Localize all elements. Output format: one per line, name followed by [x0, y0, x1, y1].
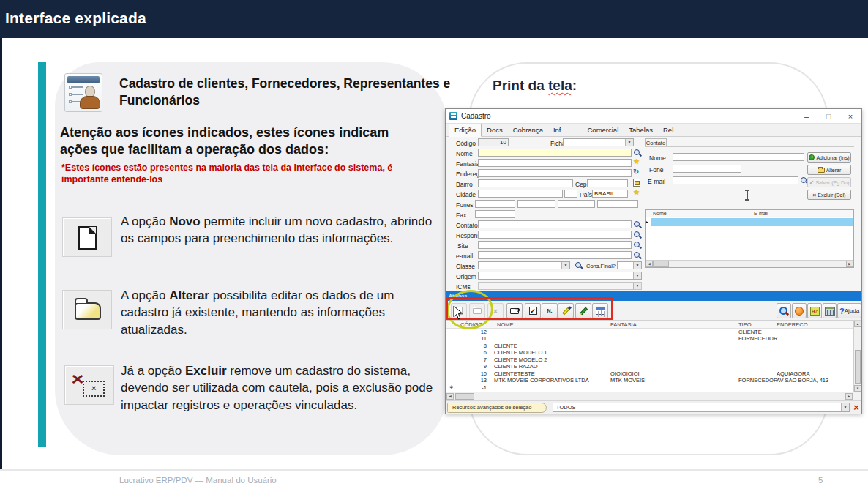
- icms-select[interactable]: ▼: [478, 282, 642, 290]
- email-field[interactable]: [478, 251, 632, 259]
- ficha-select[interactable]: ▼: [563, 138, 634, 146]
- page-title: Interface explicada: [5, 10, 146, 27]
- classe-select[interactable]: ▼: [478, 261, 570, 269]
- search-icon[interactable]: [633, 231, 642, 239]
- search-icon[interactable]: [633, 241, 642, 250]
- uf-field[interactable]: [564, 190, 577, 198]
- close-button[interactable]: ×: [839, 112, 861, 121]
- selected-contact-row[interactable]: [651, 218, 853, 226]
- manual-page: Interface explicada Cadastro de clientes…: [0, 0, 868, 489]
- tab-cobranca[interactable]: Cobrança: [508, 124, 548, 136]
- fax-field[interactable]: [475, 210, 515, 218]
- search-icon[interactable]: [633, 251, 642, 260]
- hq-button[interactable]: H?: [807, 303, 822, 318]
- contact-email-field[interactable]: [673, 176, 798, 184]
- contact-nome-field[interactable]: [673, 153, 804, 161]
- refresh-icon[interactable]: ↻: [633, 168, 639, 176]
- cidade-field[interactable]: [478, 190, 563, 198]
- favorite-icon[interactable]: ★: [633, 188, 640, 196]
- codigo-field[interactable]: 10: [478, 138, 509, 146]
- cons-final-select[interactable]: ▼: [617, 261, 642, 269]
- text-cursor: [744, 190, 749, 201]
- row-marker-icon: ▶: [646, 218, 651, 226]
- origem-select[interactable]: ▼: [478, 272, 642, 280]
- bairro-field[interactable]: [478, 179, 573, 187]
- contact-add-button[interactable]: + Adicionar (Ins): [807, 152, 851, 163]
- question-icon: ?: [839, 307, 845, 316]
- search-icon[interactable]: [633, 149, 642, 157]
- slide-header: Interface explicada: [0, 0, 868, 38]
- help-button[interactable]: ? Ajuda: [837, 303, 861, 318]
- table-row[interactable]: 8CLIENTE: [446, 343, 853, 349]
- fone2-field[interactable]: [517, 200, 555, 208]
- scroll-up-icon[interactable]: ▲: [854, 321, 861, 327]
- pais-field[interactable]: BRASIL: [592, 190, 628, 198]
- tab-comercial[interactable]: Comercial: [582, 124, 624, 136]
- site-field[interactable]: [478, 241, 632, 249]
- paste-icon[interactable]: [633, 179, 640, 187]
- contact-grid[interactable]: Nome E-mail ▶ ◀ ▶: [645, 209, 854, 268]
- tab-inf[interactable]: Inf: [548, 124, 566, 136]
- favorite-icon[interactable]: ★: [633, 157, 640, 165]
- tab-edicao[interactable]: Edição: [449, 124, 482, 137]
- tab-tabelas[interactable]: Tabelas: [624, 124, 658, 136]
- table-row[interactable]: ∗ -1: [446, 384, 853, 391]
- fone4-field[interactable]: [597, 200, 638, 208]
- nome-field[interactable]: [478, 149, 632, 157]
- classe-label: Classe: [456, 263, 475, 270]
- contact-save-button[interactable]: ✓ Salvar (Pg Dn): [807, 177, 851, 187]
- contact-grid-hscrollbar[interactable]: ◀ ▶: [646, 260, 853, 267]
- scroll-down-icon[interactable]: ▼: [854, 385, 861, 392]
- search-icon[interactable]: [633, 220, 642, 229]
- fone3-field[interactable]: [558, 200, 595, 208]
- contato-field[interactable]: [478, 220, 632, 228]
- respons-field[interactable]: [478, 231, 632, 239]
- orange-ball-icon: [795, 307, 804, 316]
- cep-field[interactable]: [587, 179, 628, 187]
- fone1-field[interactable]: [475, 200, 515, 208]
- selection-filter-select[interactable]: TODOS ▼: [553, 403, 850, 412]
- scroll-thumb[interactable]: [653, 261, 669, 267]
- table-row[interactable]: 10CLIENTETESTEOIOIOIOIOIAQUIAGORA: [446, 370, 853, 377]
- maximize-button[interactable]: □: [818, 112, 839, 121]
- advanced-selection-tab[interactable]: Recursos avançados de seleção: [447, 403, 547, 413]
- contact-edit-button[interactable]: Alterar: [807, 165, 851, 175]
- folder-icon: [818, 168, 825, 173]
- contato-label: Contato: [456, 222, 478, 229]
- delete-x-icon: ×: [813, 192, 817, 198]
- scroll-thumb[interactable]: [855, 350, 861, 384]
- clear-filter-button[interactable]: ×: [851, 402, 861, 414]
- table-row[interactable]: 12CLIENTE: [446, 329, 853, 335]
- table-row[interactable]: 6CLIENTE MODELO 1: [446, 349, 853, 356]
- tab-rel[interactable]: Rel: [658, 124, 678, 136]
- table-row[interactable]: 7CLIENTE MODELO 2: [446, 357, 853, 363]
- fax-label: Fax: [456, 212, 466, 219]
- fantasia-label: Fantasia: [456, 160, 480, 168]
- scroll-left-icon[interactable]: ◀: [646, 261, 653, 267]
- scroll-left-icon[interactable]: ◀: [446, 393, 454, 400]
- alert-button[interactable]: [792, 303, 807, 318]
- endereco-field[interactable]: [478, 169, 632, 177]
- cidade-label: Cidade: [456, 191, 476, 198]
- table-row[interactable]: 11FORNECEDOR: [446, 335, 853, 342]
- search-icon[interactable]: [575, 261, 583, 270]
- new-document-icon: [62, 217, 112, 257]
- contact-fone-field[interactable]: [673, 165, 741, 173]
- fantasia-field[interactable]: [478, 159, 632, 167]
- window-titlebar[interactable]: Cadastro – □ ×: [446, 109, 861, 124]
- table-row[interactable]: 13MTK MOVEIS CORPORATIVOS LTDAMTK MOVEIS…: [446, 377, 853, 384]
- table-row[interactable]: 9CLIENTE RAZAO: [446, 363, 853, 370]
- contact-delete-button[interactable]: × Excluir (Del): [807, 190, 851, 200]
- grid-vscrollbar[interactable]: ▲ ▼: [853, 321, 861, 392]
- page-number: 5: [818, 476, 823, 485]
- scroll-right-icon[interactable]: ▶: [846, 261, 853, 267]
- company-button[interactable]: [823, 303, 837, 318]
- grid-hscrollbar[interactable]: ◀ ▶: [446, 392, 853, 400]
- section-heading: Cadastro de clientes, Fornecedores, Repr…: [119, 75, 463, 110]
- scroll-thumb[interactable]: [455, 393, 474, 400]
- tab-docs[interactable]: Docs: [482, 124, 508, 136]
- scroll-right-icon[interactable]: ▶: [845, 393, 853, 400]
- contact-fone-label: Fone: [649, 166, 663, 173]
- search-button[interactable]: [777, 303, 791, 318]
- minimize-button[interactable]: –: [796, 112, 818, 121]
